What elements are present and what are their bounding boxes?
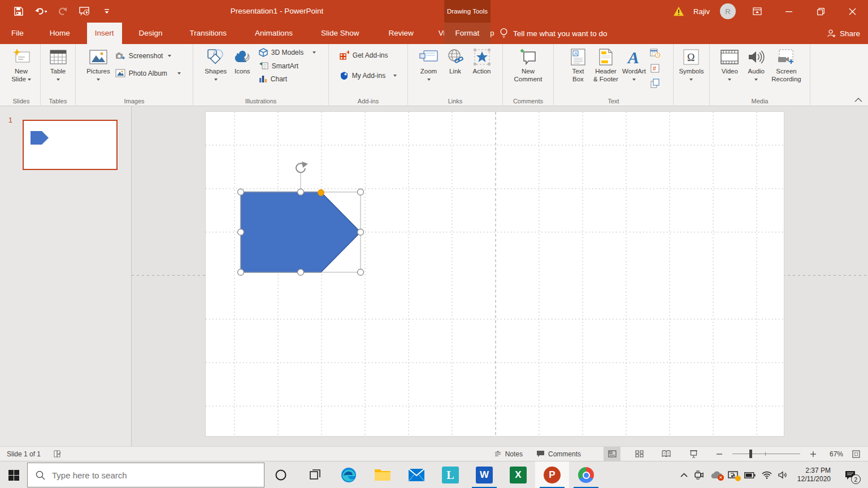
battery-icon[interactable] <box>744 472 756 478</box>
notes-button[interactable]: Notes <box>487 447 530 461</box>
icons-button[interactable]: Icons <box>229 45 255 77</box>
audio-button[interactable]: Audio <box>743 45 769 85</box>
new-slide-button[interactable]: NewSlide <box>8 45 34 85</box>
slide-editing-area[interactable] <box>205 111 784 437</box>
taskbar-clock[interactable]: 2:37 PM 12/11/2020 <box>797 467 831 483</box>
meet-now-icon[interactable] <box>694 470 704 480</box>
photo-album-button[interactable]: Photo Album <box>112 67 184 79</box>
video-button[interactable]: Video <box>717 45 743 85</box>
pictures-button[interactable]: Pictures <box>85 45 112 85</box>
editing-canvas[interactable] <box>132 106 868 446</box>
warning-icon[interactable] <box>669 0 689 23</box>
date-time-button[interactable] <box>648 46 662 60</box>
tab-transitions[interactable]: Transitions <box>182 23 235 44</box>
header-footer-button[interactable]: Header& Footer <box>592 45 620 85</box>
slide-sorter-view-button[interactable] <box>631 447 648 461</box>
user-name[interactable]: Rajiv <box>689 7 714 16</box>
selection-handle[interactable] <box>238 269 244 276</box>
my-addins-button[interactable]: My Add-ins <box>337 69 400 82</box>
sync-display-icon[interactable] <box>728 471 738 480</box>
selection-handle[interactable] <box>298 189 304 195</box>
zoom-slider[interactable] <box>732 447 800 461</box>
selection-handle[interactable] <box>238 229 244 236</box>
edge-icon[interactable] <box>332 461 366 488</box>
tab-home[interactable]: Home <box>42 23 78 44</box>
speaker-icon[interactable] <box>778 471 788 479</box>
wifi-icon[interactable] <box>762 471 772 479</box>
ribbon-display-options-button[interactable] <box>741 0 773 23</box>
close-button[interactable] <box>836 0 868 23</box>
tab-animations[interactable]: Animations <box>247 23 301 44</box>
smartart-button[interactable]: SmartArt <box>256 60 301 72</box>
selection-handle[interactable] <box>358 229 364 236</box>
rotation-handle[interactable] <box>296 162 308 172</box>
linkedin-icon[interactable]: L <box>433 461 467 488</box>
word-icon[interactable]: W <box>467 461 501 488</box>
powerpoint-icon[interactable]: P <box>535 461 569 488</box>
selection-handle[interactable] <box>358 269 364 276</box>
3d-models-button[interactable]: 3D Models <box>256 46 319 59</box>
adjust-handle[interactable] <box>318 190 324 196</box>
selection-handle[interactable] <box>298 269 304 276</box>
fit-slide-to-window-button[interactable] <box>848 447 865 461</box>
action-center-button[interactable]: 2 <box>835 461 865 488</box>
tab-design[interactable]: Design <box>131 23 171 44</box>
collapse-ribbon-button[interactable] <box>854 97 862 102</box>
tab-insert[interactable]: Insert <box>87 23 122 44</box>
normal-view-button[interactable] <box>604 447 620 461</box>
comments-button[interactable]: Comments <box>530 447 588 461</box>
search-input[interactable] <box>52 470 238 480</box>
tell-me-box[interactable]: Tell me what you want to do <box>500 23 607 44</box>
slide-thumbnail-1[interactable] <box>23 120 118 170</box>
minimize-button[interactable] <box>773 0 805 23</box>
symbols-button[interactable]: Ω Symbols <box>677 45 705 85</box>
insert-object-button[interactable] <box>648 77 662 90</box>
start-button[interactable] <box>0 461 27 488</box>
table-button[interactable]: Table <box>45 45 71 85</box>
file-explorer-icon[interactable] <box>366 461 400 488</box>
onedrive-error-icon[interactable]: ✕ <box>710 471 722 479</box>
spell-check-icon[interactable] <box>53 450 62 458</box>
zoom-percentage[interactable]: 67% <box>822 450 843 458</box>
screenshot-button[interactable]: Screenshot <box>112 50 175 62</box>
restore-button[interactable] <box>805 0 836 23</box>
get-addins-button[interactable]: Get Add-ins <box>337 49 391 62</box>
zoom-in-button[interactable] <box>805 447 822 461</box>
excel-icon[interactable]: X <box>501 461 535 488</box>
mail-icon[interactable] <box>400 461 433 488</box>
tab-slide-show[interactable]: Slide Show <box>313 23 367 44</box>
share-button[interactable]: Share <box>827 23 860 44</box>
slideshow-view-button[interactable] <box>685 447 702 461</box>
ribbon-group-comments: NewComment Comments <box>503 44 554 105</box>
link-button[interactable]: Link <box>442 45 468 77</box>
dropdown-arrow-icon <box>57 79 60 81</box>
action-button[interactable]: Action <box>469 45 495 77</box>
wordart-button[interactable]: A WordArt <box>620 45 648 85</box>
header-footer-icon <box>598 47 613 67</box>
tray-chevron-icon[interactable] <box>680 473 688 477</box>
title-bar: Presentation1 - PowerPoint Drawing Tools… <box>0 0 868 23</box>
chrome-icon[interactable] <box>569 461 603 488</box>
taskbar-search[interactable] <box>27 463 264 487</box>
selection-handle[interactable] <box>238 189 244 195</box>
reading-view-button[interactable] <box>658 447 675 461</box>
pentagon-shape[interactable] <box>241 192 361 272</box>
shapes-button[interactable]: Shapes <box>203 45 229 85</box>
dropdown-arrow-icon <box>632 79 636 81</box>
slide-number-button[interactable]: # <box>648 62 662 75</box>
zoom-slider-thumb[interactable] <box>749 450 752 458</box>
new-comment-button[interactable]: NewComment <box>513 45 544 85</box>
zoom-button[interactable]: Zoom <box>416 45 442 85</box>
task-view-button[interactable] <box>298 461 332 488</box>
tab-format-contextual[interactable]: Format <box>444 23 491 44</box>
screen-recording-button[interactable]: ScreenRecording <box>770 45 802 85</box>
selection-handle[interactable] <box>358 189 364 195</box>
cortana-button[interactable] <box>264 461 298 488</box>
tab-file[interactable]: File <box>3 23 32 44</box>
avatar[interactable]: R <box>720 3 736 19</box>
text-box-button[interactable]: A TextBox <box>565 45 591 85</box>
zoom-out-button[interactable] <box>711 447 728 461</box>
tab-review[interactable]: Review <box>380 23 421 44</box>
powerpoint-window: Presentation1 - PowerPoint Drawing Tools… <box>0 0 868 488</box>
chart-button[interactable]: Chart <box>256 73 290 85</box>
